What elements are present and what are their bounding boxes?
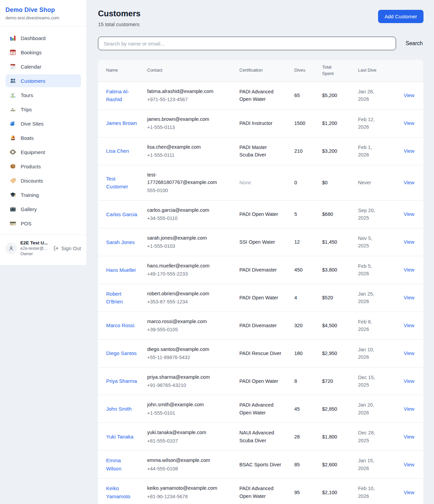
sidebar-item-discounts[interactable]: Discounts	[5, 174, 81, 187]
customer-phone: +91-98765-43210	[147, 381, 222, 389]
customer-total-spent: $2,950	[322, 339, 358, 367]
sidebar-item-boats[interactable]: Boats	[5, 131, 81, 144]
customer-phone: +44-555-0108	[147, 465, 222, 472]
view-link[interactable]: View	[404, 378, 414, 384]
customer-total-spent: $5,200	[322, 81, 358, 109]
customer-certification: PADI Master Scuba Diver	[239, 145, 267, 157]
brand-link[interactable]: Demo Dive Shop demo.test.divestreams.com	[0, 0, 86, 26]
view-link[interactable]: View	[404, 267, 414, 273]
table-row: John Smith john.smith@example.com+1-555-…	[98, 395, 423, 423]
customer-name-link[interactable]: Carlos Garcia	[106, 211, 137, 217]
customer-name-link[interactable]: Marco Rossi	[106, 322, 134, 328]
customer-total-spent: $520	[322, 284, 358, 312]
view-link[interactable]: View	[404, 239, 414, 245]
desert-island-icon	[9, 92, 16, 98]
user-role: Owner	[20, 251, 50, 256]
user-name: E2E Test U...	[20, 240, 50, 245]
customer-email: fatima.alrashid@example.com	[147, 88, 222, 95]
search-button[interactable]: Search	[405, 40, 423, 46]
view-link[interactable]: View	[404, 93, 414, 98]
view-link[interactable]: View	[404, 490, 414, 495]
customer-name-link[interactable]: James Brown	[106, 120, 137, 126]
customer-email: diego.santos@example.com	[147, 346, 222, 353]
customer-dives: 5	[294, 200, 322, 228]
view-link[interactable]: View	[404, 180, 414, 185]
view-link[interactable]: View	[404, 120, 414, 126]
sidebar: Demo Dive Shop demo.test.divestreams.com…	[0, 0, 87, 265]
customer-name-link[interactable]: Priya Sharma	[106, 378, 137, 384]
diving-mask-icon	[9, 149, 16, 155]
customer-total-spent: $0	[322, 165, 358, 200]
credit-card-icon	[9, 220, 16, 227]
customer-name-link[interactable]: Lisa Chen	[106, 148, 129, 154]
customer-dives: 28	[294, 423, 322, 451]
user-info: E2E Test U... e2e-tester@... Owner	[20, 240, 50, 256]
column-header-dives: Dives	[294, 60, 322, 81]
customer-last-dive: Feb 10, 2026	[358, 479, 395, 504]
camera-icon	[9, 206, 16, 212]
sidebar-item-pos[interactable]: POS	[5, 217, 81, 230]
customer-dives: 12	[294, 228, 322, 256]
customer-last-dive: Feb 5, 2026	[358, 256, 395, 284]
customer-email: carlos.garcia@example.com	[147, 206, 222, 214]
customers-table: Name Contact Certification Dives Total S…	[98, 60, 423, 504]
sidebar-item-gallery[interactable]: Gallery	[5, 203, 81, 216]
table-row: Lisa Chen lisa.chen@example.com+1-555-01…	[98, 137, 423, 165]
view-link[interactable]: View	[404, 462, 414, 467]
view-link[interactable]: View	[404, 295, 414, 300]
sidebar-item-dive-sites[interactable]: Dive Sites	[5, 117, 81, 130]
customer-email: sarah.jones@example.com	[147, 234, 222, 242]
sidebar-item-label: Dashboard	[21, 35, 45, 41]
customer-name-link[interactable]: Fatima Al-Rashid	[106, 89, 129, 102]
sidebar-item-training[interactable]: Training	[5, 188, 81, 201]
customer-certification: PADI Open Water	[239, 295, 278, 300]
customer-certification: PADI Open Water	[239, 211, 278, 217]
customer-name-link[interactable]: Yuki Tanaka	[106, 434, 134, 440]
sidebar-nav: Dashboard 17 Bookings Calendar Customers…	[0, 26, 86, 235]
customer-total-spent: $680	[322, 200, 358, 228]
view-link[interactable]: View	[404, 351, 414, 356]
view-link[interactable]: View	[404, 323, 414, 328]
add-customer-button[interactable]: Add Customer	[378, 10, 423, 23]
sidebar-item-label: Gallery	[21, 206, 37, 212]
table-row: Marco Rossi marco.rossi@example.com+39-5…	[98, 312, 423, 339]
page-title-block: Customers 15 total customers	[98, 9, 140, 27]
customer-name-link[interactable]: Emma Wilson	[106, 458, 121, 471]
bar-chart-icon	[9, 35, 16, 41]
sidebar-item-label: Equipment	[21, 149, 45, 155]
sidebar-item-bookings[interactable]: 17 Bookings	[5, 46, 81, 59]
search-bar: Search	[98, 37, 423, 50]
sidebar-item-products[interactable]: Products	[5, 160, 81, 173]
sign-out-button[interactable]: Sign Out	[53, 245, 81, 251]
customer-email: priya.sharma@example.com	[147, 373, 222, 381]
sidebar-item-equipment[interactable]: Equipment	[5, 146, 81, 158]
customer-phone: 555-0100	[147, 187, 222, 194]
view-link[interactable]: View	[404, 406, 414, 412]
customer-total-spent: $3,800	[322, 256, 358, 284]
customer-name-link[interactable]: Sarah Jones	[106, 239, 135, 245]
view-link[interactable]: View	[404, 148, 414, 154]
customer-name-link[interactable]: Hans Mueller	[106, 267, 136, 273]
customer-last-dive: Jan 28, 2026	[358, 81, 395, 109]
customer-name-link[interactable]: Diego Santos	[106, 350, 137, 356]
view-link[interactable]: View	[404, 434, 414, 440]
page-title: Customers	[98, 9, 140, 18]
search-input[interactable]	[98, 37, 396, 50]
view-link[interactable]: View	[404, 211, 414, 217]
customer-name-link[interactable]: Keiko Yamamoto	[106, 485, 130, 499]
sidebar-item-label: Discounts	[21, 178, 43, 184]
brand-name[interactable]: Demo Dive Shop	[5, 6, 81, 14]
customer-name-link[interactable]: John Smith	[106, 406, 132, 412]
customer-total-spent: $1,800	[322, 423, 358, 451]
customer-name-link[interactable]: Test Customer	[106, 176, 128, 189]
customer-certification: PADI Advanced Open Water	[239, 486, 274, 499]
customer-name-link[interactable]: Robert O'Brien	[106, 291, 123, 304]
sidebar-item-trips[interactable]: Trips	[5, 103, 81, 116]
sidebar-item-customers[interactable]: Customers	[5, 74, 81, 87]
customer-last-dive: Feb 8, 2026	[358, 312, 395, 339]
sidebar-item-dashboard[interactable]: Dashboard	[5, 32, 81, 44]
sidebar-item-calendar[interactable]: Calendar	[5, 60, 81, 73]
sidebar-item-tours[interactable]: Tours	[5, 89, 81, 101]
sidebar-item-label: Calendar	[21, 64, 41, 70]
sidebar-item-label: Bookings	[21, 50, 42, 55]
